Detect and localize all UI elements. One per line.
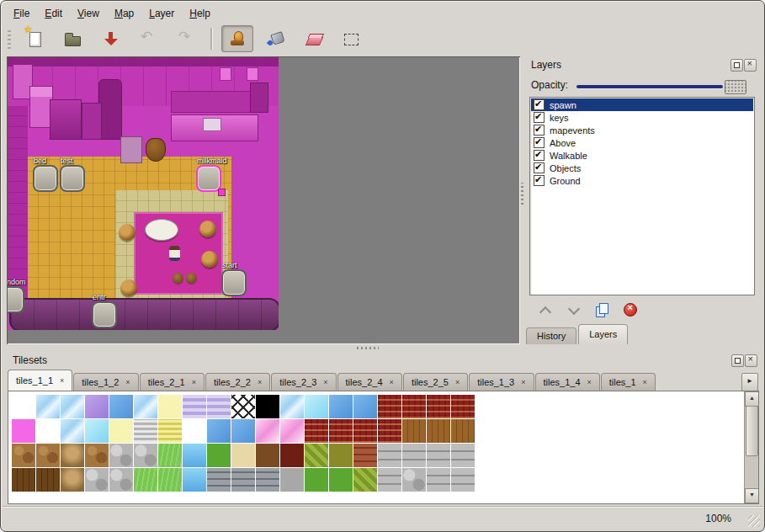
tile-water[interactable] xyxy=(183,444,206,467)
tile-black[interactable] xyxy=(256,395,279,418)
tile-water[interactable] xyxy=(183,468,206,492)
tile-lilacstripe[interactable] xyxy=(183,395,206,418)
tab-close-icon[interactable]: × xyxy=(323,378,327,386)
tile-rock[interactable] xyxy=(61,444,84,467)
tile-brickgray[interactable] xyxy=(256,468,279,492)
raise-layer-button[interactable] xyxy=(534,300,555,320)
map-viewport[interactable]: bedtestmilkmaidstartrandomentr xyxy=(7,56,520,344)
save-file-button[interactable] xyxy=(94,25,126,52)
tile-olive[interactable] xyxy=(329,444,353,467)
tile-brickgray[interactable] xyxy=(231,468,255,492)
float-dock-icon[interactable] xyxy=(730,59,743,72)
open-file-button[interactable] xyxy=(56,25,88,52)
tab-close-icon[interactable]: × xyxy=(643,378,647,386)
layer-visibility-checkbox[interactable] xyxy=(534,125,545,136)
tile-carpet[interactable] xyxy=(427,395,450,418)
tile-carpet[interactable] xyxy=(378,419,401,443)
tileset-tab-tiles_2_5[interactable]: tiles_2_5× xyxy=(403,373,468,391)
tile-blue[interactable] xyxy=(207,419,231,443)
tileset-tab-tiles_2_4[interactable]: tiles_2_4× xyxy=(337,373,402,391)
tile-palette[interactable] xyxy=(12,395,475,492)
tile-stone[interactable] xyxy=(427,468,450,492)
tile-blue[interactable] xyxy=(329,395,353,418)
layer-visibility-checkbox[interactable] xyxy=(534,162,545,173)
map-object-test[interactable]: test xyxy=(60,165,85,192)
tile-stone[interactable] xyxy=(378,444,401,467)
tile-iceblue[interactable] xyxy=(134,395,157,418)
tile-dirt[interactable] xyxy=(36,444,60,467)
tile-gray[interactable] xyxy=(280,468,304,492)
tile-graystripe[interactable] xyxy=(134,419,157,443)
tab-close-icon[interactable]: × xyxy=(521,378,525,386)
tile-iceblue[interactable] xyxy=(280,395,304,418)
map-object-random[interactable]: random xyxy=(8,286,24,313)
rect-select-button[interactable] xyxy=(335,25,367,52)
map-object-bed[interactable]: bed xyxy=(33,165,58,192)
tile-cobble[interactable] xyxy=(109,444,133,467)
tab-history[interactable]: History xyxy=(526,327,576,344)
layer-visibility-checkbox[interactable] xyxy=(534,99,545,110)
tile-iceblue[interactable] xyxy=(61,395,84,418)
tile-white[interactable] xyxy=(36,419,60,443)
tile-wood[interactable] xyxy=(451,419,475,443)
layer-visibility-checkbox[interactable] xyxy=(534,175,545,186)
tile-pinkstreak[interactable] xyxy=(256,419,279,443)
tile-dirt[interactable] xyxy=(85,444,109,467)
tile-darkwood[interactable] xyxy=(36,468,60,492)
opacity-slider-track[interactable] xyxy=(576,85,723,88)
tile-cobble[interactable] xyxy=(134,444,157,467)
tab-scroll-right-icon[interactable]: ► xyxy=(741,373,758,391)
stamp-brush-button[interactable] xyxy=(221,25,253,52)
layer-row-spawn[interactable]: spawn xyxy=(531,98,753,111)
tileset-tab-tiles_2_2[interactable]: tiles_2_2× xyxy=(205,373,270,391)
close-dock-icon[interactable] xyxy=(744,59,757,72)
tile-dirt[interactable] xyxy=(12,444,35,467)
float-dock-icon[interactable] xyxy=(731,354,744,367)
tile-cobble[interactable] xyxy=(402,468,426,492)
tile-darkwood[interactable] xyxy=(12,468,35,492)
layer-row-keys[interactable]: keys xyxy=(531,111,753,124)
layer-list[interactable]: spawnkeysmapeventsAboveWalkableObjectsGr… xyxy=(529,97,755,295)
layer-row-Above[interactable]: Above xyxy=(531,136,753,149)
tab-close-icon[interactable]: × xyxy=(192,378,196,386)
tile-blue[interactable] xyxy=(353,395,377,418)
tile-pinkstreak[interactable] xyxy=(280,419,304,443)
close-dock-icon[interactable] xyxy=(745,354,757,367)
tile-grass[interactable] xyxy=(134,468,157,492)
layer-row-Walkable[interactable]: Walkable xyxy=(531,149,753,162)
tile-carpet[interactable] xyxy=(451,395,475,418)
tile-grass2[interactable] xyxy=(329,468,353,492)
layer-row-Ground[interactable]: Ground xyxy=(531,174,753,187)
tile-white[interactable] xyxy=(183,419,206,443)
horizontal-splitter[interactable] xyxy=(7,345,758,352)
tile-grass[interactable] xyxy=(158,468,182,492)
redo-button[interactable] xyxy=(170,25,202,52)
tile-paleyellow[interactable] xyxy=(158,395,182,418)
tab-close-icon[interactable]: × xyxy=(258,378,262,386)
delete-layer-button[interactable] xyxy=(620,300,640,320)
tile-stone[interactable] xyxy=(451,444,475,467)
tile-iceblue[interactable] xyxy=(61,419,84,443)
undo-button[interactable] xyxy=(132,25,164,52)
tile-stone[interactable] xyxy=(451,468,475,492)
tile-stone[interactable] xyxy=(378,468,401,492)
menu-help[interactable]: Help xyxy=(182,5,218,22)
layer-visibility-checkbox[interactable] xyxy=(534,150,545,161)
menu-view[interactable]: View xyxy=(70,5,107,22)
scroll-down-icon[interactable]: ▼ xyxy=(745,488,759,503)
tileset-tab-tiles_1_4[interactable]: tiles_1_4× xyxy=(535,373,600,391)
tab-close-icon[interactable]: × xyxy=(390,378,394,386)
tile-carpet[interactable] xyxy=(353,419,377,443)
toolbar-handle[interactable] xyxy=(8,29,11,49)
tab-close-icon[interactable]: × xyxy=(60,376,64,385)
menu-edit[interactable]: Edit xyxy=(37,5,70,22)
tile-cyan[interactable] xyxy=(85,419,109,443)
new-file-button[interactable] xyxy=(19,25,50,52)
tile-magenta[interactable] xyxy=(12,419,35,443)
menu-layer[interactable]: Layer xyxy=(141,5,182,22)
tile-stone[interactable] xyxy=(427,444,450,467)
tab-layers[interactable]: Layers xyxy=(578,324,628,344)
tile-sand[interactable] xyxy=(231,444,255,467)
layer-visibility-checkbox[interactable] xyxy=(534,112,545,123)
layer-row-Objects[interactable]: Objects xyxy=(531,162,753,174)
